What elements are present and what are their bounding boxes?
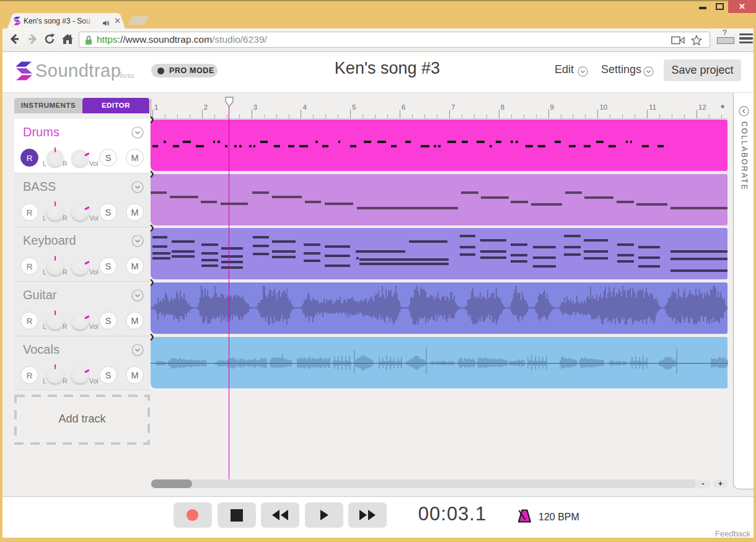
pan-left-label: L: [43, 214, 46, 222]
url-host: ://www.soundtrap.com: [118, 34, 212, 45]
soundtrap-logo-icon[interactable]: [15, 61, 32, 84]
pan-right-label: R: [63, 160, 68, 167]
settings-menu[interactable]: Settings: [601, 63, 641, 76]
stop-icon: [231, 509, 243, 522]
metronome-icon[interactable]: [517, 509, 532, 524]
soundtrap-favicon-icon: [13, 17, 21, 28]
time-display: 00:03.1: [404, 503, 501, 525]
feedback-link[interactable]: Feedback: [715, 529, 750, 538]
pan-right-label: R: [63, 377, 68, 385]
menu-hamburger-icon[interactable]: [739, 33, 753, 45]
logo-text[interactable]: Soundtrap: [35, 61, 121, 81]
volume-label: Vol: [89, 214, 99, 222]
volume-label: Vol: [89, 377, 99, 385]
studio-main: INSTRUMENTS EDITOR DrumsRLRVolSMBASSRLRV…: [2, 93, 754, 496]
scrollbar-thumb[interactable]: [151, 479, 192, 488]
play-button[interactable]: [305, 502, 343, 528]
record-icon: [187, 509, 198, 521]
fast-forward-icon: [359, 510, 376, 520]
vocals-waveform: [2, 93, 754, 496]
collaborate-panel[interactable]: COLLABORATE: [733, 93, 754, 489]
bookmark-star-icon[interactable]: [691, 35, 702, 46]
pro-mode-dot-icon: [157, 68, 164, 74]
logo-beta-label: beta: [120, 71, 134, 81]
new-tab-button[interactable]: [128, 16, 149, 25]
pan-left-label: L: [43, 160, 46, 167]
collaborate-chevron-icon[interactable]: [739, 106, 749, 116]
tab-title-fade: [82, 17, 97, 26]
playhead-line[interactable]: [229, 107, 229, 479]
volume-label: Vol: [89, 323, 99, 330]
bpm-label[interactable]: 120 BPM: [538, 512, 579, 523]
play-icon: [320, 510, 329, 520]
forward-icon[interactable]: [26, 33, 38, 45]
zoom-in-button[interactable]: +: [713, 479, 728, 489]
reload-icon[interactable]: [43, 33, 56, 45]
edit-menu[interactable]: Edit: [555, 63, 574, 76]
app-header: Soundtrap beta PRO MODE Ken's song #3 Ed…: [2, 52, 754, 93]
playhead-marker[interactable]: [225, 97, 234, 107]
rewind-icon: [271, 510, 289, 520]
horizontal-scrollbar[interactable]: [151, 479, 697, 488]
address-bar[interactable]: https://www.soundtrap.com/studio/6239/: [79, 32, 710, 48]
url-scheme: https: [97, 34, 118, 45]
soundtrap-page: Soundtrap beta PRO MODE Ken's song #3 Ed…: [2, 52, 754, 538]
browser-toolbar: https://www.soundtrap.com/studio/6239/ ?: [2, 28, 754, 52]
settings-chevron-down-icon[interactable]: [643, 66, 654, 77]
window-close-button[interactable]: ✕: [728, 0, 756, 13]
timeline[interactable]: 123456789101112 * ❯❯❯❯❯ - +: [2, 93, 754, 496]
browser-window: ✕ Ken's song #3 - Sou ✕: [0, 0, 756, 542]
pro-mode-toggle[interactable]: PRO MODE: [151, 64, 218, 77]
url-text[interactable]: https://www.soundtrap.com/studio/6239/: [97, 34, 267, 45]
song-title[interactable]: Ken's song #3: [279, 59, 496, 78]
url-path: /studio/6239/: [212, 34, 267, 45]
pan-left-label: L: [43, 323, 46, 330]
save-project-button[interactable]: Save project: [664, 59, 741, 81]
zoom-out-button[interactable]: -: [695, 479, 711, 489]
pan-right-label: R: [63, 323, 68, 330]
volume-label: Vol: [89, 268, 99, 276]
ssl-lock-icon[interactable]: [85, 35, 92, 45]
collaborate-label: COLLABORATE: [740, 121, 749, 191]
tab-close-icon[interactable]: ✕: [113, 16, 121, 25]
volume-label: Vol: [89, 160, 99, 167]
back-icon[interactable]: [9, 33, 21, 45]
stop-button[interactable]: [218, 502, 256, 528]
pan-left-label: L: [43, 377, 46, 385]
pan-right-label: R: [63, 268, 68, 276]
window-minimize-button[interactable]: [699, 7, 706, 9]
window-top-edge: [0, 0, 756, 1]
extension-button[interactable]: ?: [717, 30, 736, 46]
fast-forward-button[interactable]: [348, 502, 387, 528]
tab-audio-playing-icon[interactable]: [103, 18, 110, 29]
pan-left-label: L: [43, 268, 46, 276]
home-icon[interactable]: [61, 33, 74, 45]
rewind-button[interactable]: [261, 502, 299, 528]
transport-bar: 00:03.1 120 BPM Feedback: [2, 496, 754, 538]
window-maximize-button[interactable]: [716, 3, 724, 10]
cast-camera-icon[interactable]: [671, 35, 685, 45]
window-frame-left: [0, 28, 2, 542]
edit-chevron-down-icon[interactable]: [578, 66, 588, 77]
window-frame-bottom: [0, 538, 756, 542]
record-button[interactable]: [174, 502, 212, 528]
pro-mode-label: PRO MODE: [169, 66, 214, 75]
window-frame-right: [754, 28, 756, 542]
pan-right-label: R: [63, 214, 68, 222]
